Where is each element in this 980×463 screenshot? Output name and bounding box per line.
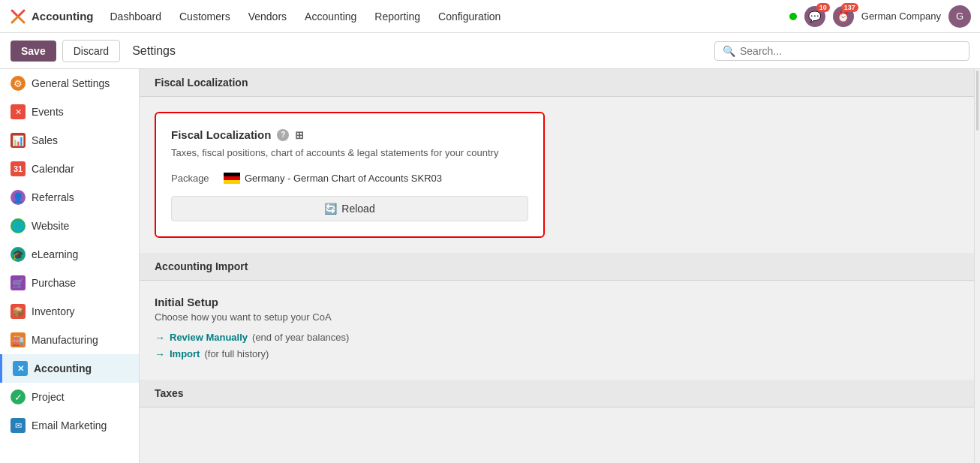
fiscal-package-row: Package Germany - German Chart of Accoun… xyxy=(171,173,528,184)
nav-accounting[interactable]: Accounting xyxy=(297,8,364,26)
sidebar-label-email-marketing: Email Marketing xyxy=(32,419,107,431)
sidebar-item-email-marketing[interactable]: ✉ Email Marketing xyxy=(0,411,139,440)
sidebar-item-events[interactable]: ✕ Events xyxy=(0,98,139,126)
fiscal-package-value: Germany - German Chart of Accounts SKR03 xyxy=(224,173,442,184)
grid-icon[interactable]: ⊞ xyxy=(295,129,304,141)
sidebar-item-accounting[interactable]: ✕ Accounting xyxy=(0,354,139,383)
reload-label: Reload xyxy=(341,203,374,215)
taxes-section-header: Taxes xyxy=(140,380,974,407)
toolbar-title: Settings xyxy=(132,44,176,58)
nav-customers[interactable]: Customers xyxy=(172,8,238,26)
sidebar-item-referrals[interactable]: 👤 Referrals xyxy=(0,183,139,212)
fiscal-localization-card: Fiscal Localization ? ⊞ Taxes, fiscal po… xyxy=(155,112,545,238)
fiscal-card-title-row: Fiscal Localization ? ⊞ xyxy=(171,128,528,141)
alerts-button[interactable]: ⏰ 137 xyxy=(833,6,854,27)
reload-icon: 🔄 xyxy=(324,203,337,215)
svg-rect-2 xyxy=(224,180,240,184)
fiscal-section-header: Fiscal Localization xyxy=(140,69,974,97)
logo-icon xyxy=(9,8,27,26)
accounting-icon: ✕ xyxy=(13,361,28,376)
accounting-import-body: Initial Setup Choose how you want to set… xyxy=(140,281,974,380)
sidebar-item-sales[interactable]: 📊 Sales xyxy=(0,126,139,155)
sidebar-item-general-settings[interactable]: ⚙ General Settings xyxy=(0,69,139,98)
sidebar-label-referrals: Referrals xyxy=(32,191,74,203)
sidebar-item-website[interactable]: 🌐 Website xyxy=(0,212,139,240)
sidebar-label-website: Website xyxy=(32,220,69,232)
help-icon[interactable]: ? xyxy=(277,129,289,141)
email-marketing-icon: ✉ xyxy=(11,418,26,433)
accounting-import-header: Accounting Import xyxy=(140,253,974,281)
nav-configuration[interactable]: Configuration xyxy=(431,8,508,26)
sidebar-item-project[interactable]: ✓ Project xyxy=(0,383,139,411)
sidebar-label-accounting: Accounting xyxy=(34,362,92,374)
import-suffix: (for full history) xyxy=(204,348,269,359)
sidebar-item-inventory[interactable]: 📦 Inventory xyxy=(0,297,139,326)
app-name: Accounting xyxy=(32,10,94,23)
german-flag-icon xyxy=(224,173,240,184)
nav-reporting[interactable]: Reporting xyxy=(367,8,428,26)
website-icon: 🌐 xyxy=(11,218,26,233)
svg-rect-1 xyxy=(224,176,240,180)
fiscal-card-title-text: Fiscal Localization xyxy=(171,128,271,141)
review-manually-link[interactable]: → Review Manually (end of year balances) xyxy=(155,332,959,344)
messages-button[interactable]: 💬 10 xyxy=(804,6,825,27)
referrals-icon: 👤 xyxy=(11,190,26,205)
initial-setup-title: Initial Setup xyxy=(155,296,959,308)
sidebar-label-purchase: Purchase xyxy=(32,277,76,289)
events-icon: ✕ xyxy=(11,104,26,119)
main-layout: ⚙ General Settings ✕ Events 📊 Sales 31 C… xyxy=(0,69,980,463)
content-area: Fiscal Localization Fiscal Localization … xyxy=(140,69,974,463)
search-icon: 🔍 xyxy=(723,45,735,57)
search-bar[interactable]: 🔍 xyxy=(714,41,969,61)
sidebar-label-elearning: eLearning xyxy=(32,248,78,260)
purchase-icon: 🛒 xyxy=(11,275,26,290)
sidebar-label-inventory: Inventory xyxy=(32,305,75,317)
sidebar-item-manufacturing[interactable]: 🏭 Manufacturing xyxy=(0,326,139,354)
nav-dashboard[interactable]: Dashboard xyxy=(103,8,170,26)
inventory-icon: 📦 xyxy=(11,304,26,319)
arrow-right-icon: → xyxy=(155,332,165,344)
sidebar-item-purchase[interactable]: 🛒 Purchase xyxy=(0,269,139,297)
review-manually-suffix: (end of year balances) xyxy=(252,332,349,343)
top-navigation: Accounting Dashboard Customers Vendors A… xyxy=(0,0,980,33)
alert-count-badge: 137 xyxy=(841,3,858,12)
arrow-right-icon-2: → xyxy=(155,348,165,360)
content-scrollbar[interactable] xyxy=(974,69,980,463)
sidebar-item-calendar[interactable]: 31 Calendar xyxy=(0,155,139,183)
user-avatar[interactable]: G xyxy=(948,5,971,28)
message-count-badge: 10 xyxy=(816,3,830,12)
review-manually-text: Review Manually xyxy=(170,332,248,343)
sidebar: ⚙ General Settings ✕ Events 📊 Sales 31 C… xyxy=(0,69,140,463)
calendar-icon: 31 xyxy=(11,161,26,176)
accounting-import-title: Accounting Import xyxy=(155,260,248,272)
sidebar-label-events: Events xyxy=(32,106,64,118)
app-logo[interactable]: Accounting xyxy=(9,8,94,26)
online-status-icon xyxy=(789,13,797,20)
manufacturing-icon: 🏭 xyxy=(11,332,26,347)
sidebar-label-manufacturing: Manufacturing xyxy=(32,334,98,346)
fiscal-section-body: Fiscal Localization ? ⊞ Taxes, fiscal po… xyxy=(140,97,974,253)
topnav-icons: 💬 10 ⏰ 137 German Company G xyxy=(789,5,971,28)
import-link[interactable]: → Import (for full history) xyxy=(155,348,959,360)
general-settings-icon: ⚙ xyxy=(11,76,26,91)
fiscal-section-title: Fiscal Localization xyxy=(155,77,248,89)
sidebar-label-general-settings: General Settings xyxy=(32,77,110,89)
save-button[interactable]: Save xyxy=(11,41,56,62)
elearning-icon: 🎓 xyxy=(11,247,26,262)
initial-setup-description: Choose how you want to setup your CoA xyxy=(155,311,959,323)
taxes-section-title: Taxes xyxy=(155,387,184,399)
reload-button[interactable]: 🔄 Reload xyxy=(171,196,528,221)
sales-icon: 📊 xyxy=(11,133,26,148)
sidebar-item-elearning[interactable]: 🎓 eLearning xyxy=(0,240,139,269)
svg-rect-0 xyxy=(224,173,240,176)
company-name: German Company xyxy=(861,11,941,22)
project-icon: ✓ xyxy=(11,389,26,404)
nav-vendors[interactable]: Vendors xyxy=(241,8,294,26)
toolbar: Save Discard Settings 🔍 xyxy=(0,33,980,69)
discard-button[interactable]: Discard xyxy=(62,40,120,62)
sidebar-label-calendar: Calendar xyxy=(32,163,74,175)
search-input[interactable] xyxy=(740,45,961,57)
sidebar-label-sales: Sales xyxy=(32,134,58,146)
sidebar-label-project: Project xyxy=(32,391,65,403)
fiscal-package-label: Package xyxy=(171,173,216,184)
